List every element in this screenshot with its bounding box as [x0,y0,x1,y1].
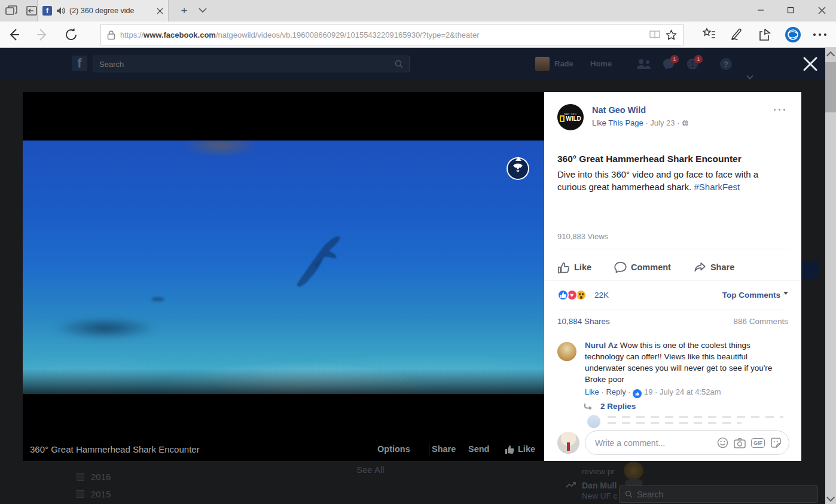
tab-list-dropdown-icon[interactable] [197,5,208,16]
shares-count[interactable]: 10,884 Shares [557,317,610,326]
ticker-avatar [624,462,643,479]
ticker-name[interactable]: Dan Mull [582,481,617,490]
notifications-icon[interactable]: 1 [686,57,699,71]
commenter-avatar[interactable] [557,342,576,361]
extension-globe-icon[interactable] [785,27,801,42]
share-action[interactable]: Share [694,261,734,274]
shares-row: 10,884 Shares 886 Comments [557,317,788,328]
comment-like-badge-icon[interactable] [633,389,642,398]
post-subtitle: Like This Page · July 23 · [592,118,689,127]
reaction-count[interactable]: 22K [594,291,609,300]
theater-close-icon[interactable] [803,56,818,72]
account-dropdown-icon[interactable] [746,62,753,93]
reading-view-icon[interactable] [649,29,661,40]
video-title: 360° Great Hammerhead Shark Encounter [30,444,200,454]
like-button[interactable]: Like [518,444,535,454]
send-button[interactable]: Send [468,444,489,454]
emoji-icon[interactable] [717,437,728,448]
ticker-story-text[interactable]: review pr [582,467,615,476]
new-tab-button[interactable]: + [177,4,191,18]
gif-icon[interactable]: GIF [751,438,765,448]
tab-title: (2) 360 degree vide [69,7,152,15]
hub-favorites-icon[interactable] [701,27,717,42]
page-name-link[interactable]: Nat Geo Wild [592,105,646,115]
view-count: 910,883 Views [557,232,608,241]
see-all-link[interactable]: See All [356,465,385,475]
facebook-favicon: f [42,6,52,16]
post-body: Dive into this 360° video and go face to… [557,168,789,193]
like-this-page-link[interactable]: Like This Page [592,118,643,127]
tab-preview-icon[interactable] [5,5,18,17]
sticker-icon[interactable] [770,437,782,448]
facebook-search-box[interactable] [93,56,410,72]
browser-tab[interactable]: f (2) 360 degree vide [37,0,169,22]
hammerhead-shark [286,227,358,293]
tab-audio-icon[interactable] [56,7,65,15]
url-field[interactable]: https://www.facebook.com/natgeowild/vide… [100,24,684,45]
background-search-box[interactable]: Search [619,485,818,503]
help-icon[interactable]: ? [720,58,732,70]
camera-icon[interactable] [734,438,746,448]
tab-sidebar-icon[interactable] [25,5,38,17]
comments-count[interactable]: 886 Comments [733,317,788,326]
comment-reply-link[interactable]: Reply [606,387,626,396]
hashtag-link[interactable]: #SharkFest [694,182,740,192]
comment-meta-row: Like · Reply · 19 · July 24 at 4:52am [585,387,789,398]
options-button[interactable]: Options [377,444,410,454]
share-button[interactable]: Share [432,444,456,454]
web-note-pen-icon[interactable] [729,27,745,42]
browser-menu-icon[interactable] [813,33,829,37]
favorite-star-icon[interactable] [666,29,677,40]
tab-close-icon[interactable] [157,8,163,14]
year-2016-checkbox[interactable] [77,473,84,481]
ticker-story-2[interactable]: New UF c [582,491,617,500]
profile-nav-item[interactable]: Rade [535,48,573,80]
like-thumb-icon[interactable] [505,444,515,454]
page-avatar[interactable]: NAT GEO WILD [557,104,584,130]
video-player[interactable]: -1:27 HD 360° Great Hammerhead Shark Enc… [23,92,544,461]
url-text: https://www.facebook.com/natgeowild/vide… [120,30,644,39]
facebook-logo[interactable]: f [72,56,87,71]
window-maximize-button[interactable] [777,0,804,20]
scrollbar-thumb[interactable] [825,62,836,112]
messenger-icon[interactable]: 1 [662,57,675,71]
like-action[interactable]: Like [557,261,591,274]
divider [557,310,788,310]
divider [429,443,429,456]
back-button[interactable] [6,27,22,42]
comment-like-link[interactable]: Like [585,387,599,396]
natgeo-frame-logo [560,115,565,122]
divider [544,280,801,280]
refresh-button[interactable] [63,27,79,42]
comment-input[interactable]: Write a comment... GIF [585,430,789,455]
share-icon[interactable] [757,27,773,42]
home-nav-item[interactable]: Home [590,48,612,80]
post-menu-icon[interactable] [774,106,788,112]
post-date[interactable]: July 23 [650,118,675,127]
view-replies-link[interactable]: 2 Replies [600,402,636,411]
year-2015-filter[interactable]: 2015 [91,489,111,499]
scroll-up-arrow[interactable] [826,51,835,60]
facebook-search-input[interactable] [99,60,395,69]
replies-row[interactable]: 2 Replies [584,402,636,411]
commenter-name-link[interactable]: Nurul Az [585,341,618,350]
comment-sort-selector[interactable]: Top Comments [722,291,788,300]
page-scrollbar[interactable] [825,48,836,504]
post-title: 360° Great Hammerhead Shark Encounter [557,154,788,164]
facebook-navbar: f Rade Home 1 1 ? [0,48,825,80]
trending-icon [566,481,576,488]
friend-requests-icon[interactable] [636,58,652,70]
window-minimize-button[interactable] [747,0,774,20]
comment-timestamp[interactable]: July 24 at 4:52am [660,387,721,396]
year-2016-filter[interactable]: 2016 [91,472,111,482]
window-close-button[interactable] [808,0,835,20]
scroll-down-arrow[interactable] [826,493,835,502]
video-content[interactable]: -1:27 HD [23,140,544,394]
year-2015-checkbox[interactable] [77,490,84,498]
profile-name: Rade [554,59,573,68]
comment-action[interactable]: Comment [614,261,671,274]
like-reaction-icon[interactable] [557,289,569,301]
360-compass-indicator[interactable] [507,157,529,180]
forward-button[interactable] [35,27,50,42]
notifications-badge: 1 [694,55,703,63]
